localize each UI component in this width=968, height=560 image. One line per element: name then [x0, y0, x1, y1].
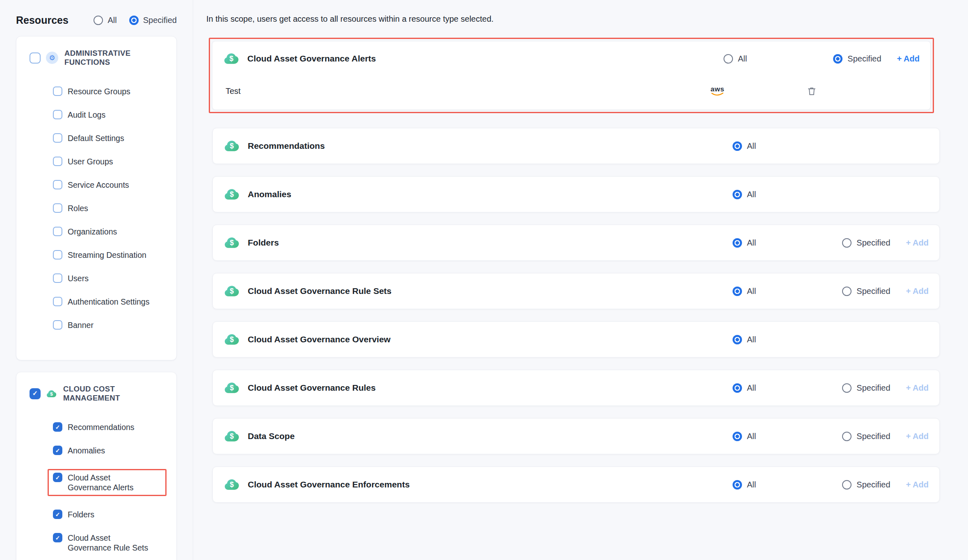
resources-title: Resources: [16, 14, 68, 26]
sidebar-item-highlighted[interactable]: Cloud Asset Governance Alerts: [48, 469, 167, 496]
item-label: Streaming Destination: [68, 250, 146, 260]
radio-icon[interactable]: [842, 287, 852, 296]
section-checkbox[interactable]: [30, 388, 41, 399]
sidebar-item[interactable]: Roles: [53, 203, 169, 213]
item-checkbox[interactable]: [53, 203, 62, 213]
delete-icon[interactable]: [806, 86, 817, 96]
add-button[interactable]: + Add: [906, 480, 929, 489]
radio-icon[interactable]: [733, 141, 742, 151]
sidebar-item[interactable]: Recommendations: [53, 422, 169, 432]
radio-icon[interactable]: [733, 432, 742, 441]
item-checkbox[interactable]: [53, 510, 62, 519]
radio-label: All: [747, 141, 756, 151]
sidebar-item[interactable]: Default Settings: [53, 133, 169, 143]
row-left: Cloud Asset Governance Alerts: [223, 50, 376, 67]
row-controls: All Specified + Add: [733, 383, 929, 393]
item-checkbox[interactable]: [53, 157, 62, 166]
item-checkbox[interactable]: [53, 297, 62, 306]
radio-label: Specified: [856, 287, 890, 296]
radio-specified[interactable]: Specified: [842, 480, 890, 489]
radio-specified[interactable]: Specified: [833, 54, 881, 64]
radio-icon[interactable]: [129, 16, 139, 25]
sidebar-item[interactable]: User Groups: [53, 157, 169, 166]
radio-icon[interactable]: [724, 54, 733, 64]
item-label: Resource Groups: [68, 87, 130, 96]
item-label: Anomalies: [68, 446, 105, 455]
add-button[interactable]: + Add: [906, 432, 929, 441]
radio-icon[interactable]: [733, 287, 742, 296]
sidebar-item[interactable]: Users: [53, 273, 169, 283]
resource-rows: Cloud Asset Governance Alerts All Specif…: [212, 38, 940, 503]
item-checkbox[interactable]: [53, 180, 62, 189]
resources-header: Resources All Specified: [16, 14, 177, 26]
sidebar-item[interactable]: Folders: [53, 510, 169, 519]
resource-row: Data Scope All Specified + Add: [212, 418, 940, 454]
radio-icon[interactable]: [842, 432, 852, 441]
radio-specified[interactable]: Specified: [842, 432, 890, 441]
item-checkbox[interactable]: [53, 110, 62, 119]
item-label: Service Accounts: [68, 180, 129, 190]
sidebar-item[interactable]: Authentication Settings: [53, 297, 169, 307]
radio-specified[interactable]: Specified: [842, 383, 890, 393]
item-label: User Groups: [68, 157, 113, 166]
radio-all[interactable]: All: [733, 480, 756, 489]
resource-row-title: Recommendations: [248, 141, 325, 151]
radio-label: Specified: [143, 16, 177, 25]
item-checkbox[interactable]: [53, 320, 62, 330]
radio-icon[interactable]: [733, 480, 742, 489]
item-checkbox[interactable]: [53, 250, 62, 260]
resource-row: Cloud Asset Governance Overview All: [212, 321, 940, 357]
item-checkbox[interactable]: [53, 273, 62, 283]
sidebar-item[interactable]: Streaming Destination: [53, 250, 169, 260]
cloud-dollar-icon: [224, 138, 240, 154]
row-left: Data Scope: [224, 428, 295, 444]
add-button[interactable]: + Add: [906, 383, 929, 393]
radio-icon[interactable]: [733, 383, 742, 393]
row-left: Cloud Asset Governance Rules: [224, 380, 376, 396]
sidebar-item[interactable]: Anomalies: [53, 446, 169, 455]
radio-icon[interactable]: [842, 383, 852, 393]
resources-scope-specified[interactable]: Specified: [129, 16, 177, 25]
item-checkbox[interactable]: [53, 473, 62, 482]
radio-all[interactable]: All: [733, 287, 756, 296]
radio-icon[interactable]: [733, 238, 742, 248]
resource-row-title: Anomalies: [248, 189, 291, 199]
radio-icon[interactable]: [94, 16, 103, 25]
radio-icon[interactable]: [733, 335, 742, 344]
radio-all[interactable]: All: [733, 383, 756, 393]
sidebar-item[interactable]: Service Accounts: [53, 180, 169, 190]
sidebar-item[interactable]: Cloud Asset Governance Rule Sets: [53, 533, 169, 553]
item-checkbox[interactable]: [53, 422, 62, 432]
resource-row: Cloud Asset Governance Rules All Specifi…: [212, 370, 940, 406]
item-checkbox[interactable]: [53, 446, 62, 455]
section-checkbox[interactable]: [30, 52, 41, 64]
radio-all[interactable]: All: [733, 238, 756, 248]
radio-all[interactable]: All: [733, 141, 756, 151]
resource-row-title: Folders: [248, 238, 279, 248]
add-button[interactable]: + Add: [906, 238, 929, 248]
radio-specified[interactable]: Specified: [842, 238, 890, 248]
add-button[interactable]: + Add: [906, 287, 929, 296]
radio-all[interactable]: All: [724, 54, 747, 64]
sidebar-item[interactable]: Organizations: [53, 227, 169, 237]
section-header-admin: ⚙ ADMINISTRATIVE FUNCTIONS: [30, 49, 169, 67]
radio-icon[interactable]: [842, 480, 852, 489]
radio-all[interactable]: All: [733, 432, 756, 441]
radio-specified[interactable]: Specified: [842, 287, 890, 296]
sidebar-item[interactable]: Resource Groups: [53, 87, 169, 96]
add-button[interactable]: + Add: [897, 54, 920, 64]
item-checkbox[interactable]: [53, 227, 62, 236]
row-left: Cloud Asset Governance Enforcements: [224, 476, 410, 493]
radio-icon[interactable]: [833, 54, 842, 64]
radio-icon[interactable]: [733, 190, 742, 199]
radio-icon[interactable]: [842, 238, 852, 248]
item-checkbox[interactable]: [53, 133, 62, 143]
radio-all[interactable]: All: [733, 190, 756, 199]
sidebar-item[interactable]: Audit Logs: [53, 110, 169, 120]
item-checkbox[interactable]: [53, 533, 62, 542]
item-checkbox[interactable]: [53, 87, 62, 96]
sidebar-item[interactable]: Banner: [53, 320, 169, 330]
resources-scope-all[interactable]: All: [94, 16, 116, 25]
row-controls: All Specified + Add: [733, 432, 929, 441]
radio-all[interactable]: All: [733, 335, 756, 344]
